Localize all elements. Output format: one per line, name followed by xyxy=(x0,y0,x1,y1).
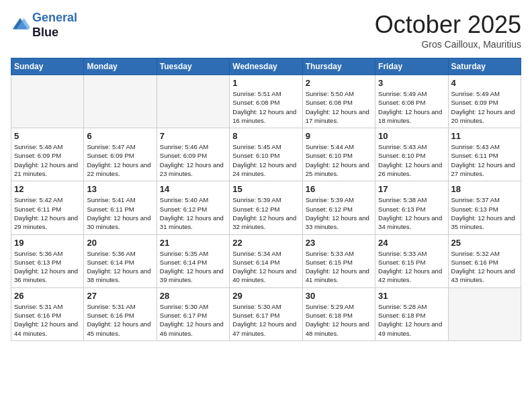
calendar-cell: 11Sunrise: 5:43 AMSunset: 6:11 PMDayligh… xyxy=(448,128,521,181)
cell-info: Sunrise: 5:33 AMSunset: 6:15 PMDaylight:… xyxy=(306,249,372,285)
cell-info: Sunrise: 5:36 AMSunset: 6:13 PMDaylight:… xyxy=(14,249,81,285)
logo: General Blue xyxy=(11,11,77,40)
calendar-cell xyxy=(84,75,157,128)
month-title: October 2025 xyxy=(375,11,521,39)
cell-info: Sunrise: 5:31 AMSunset: 6:16 PMDaylight:… xyxy=(87,302,153,338)
day-number: 28 xyxy=(160,291,226,301)
day-number: 22 xyxy=(232,238,299,248)
calendar-cell: 18Sunrise: 5:37 AMSunset: 6:13 PMDayligh… xyxy=(448,181,521,234)
cell-info: Sunrise: 5:34 AMSunset: 6:14 PMDaylight:… xyxy=(232,249,299,285)
day-number: 7 xyxy=(160,131,226,141)
day-number: 12 xyxy=(14,184,81,194)
page-header: General Blue October 2025 Gros Cailloux,… xyxy=(11,11,521,50)
calendar-cell: 8Sunrise: 5:45 AMSunset: 6:10 PMDaylight… xyxy=(230,128,302,181)
calendar-cell: 14Sunrise: 5:40 AMSunset: 6:12 PMDayligh… xyxy=(157,181,229,234)
logo-text: General Blue xyxy=(32,11,77,40)
cell-info: Sunrise: 5:43 AMSunset: 6:10 PMDaylight:… xyxy=(378,142,445,178)
day-number: 19 xyxy=(14,238,81,248)
day-number: 6 xyxy=(87,131,153,141)
day-number: 1 xyxy=(232,78,299,88)
day-number: 9 xyxy=(306,131,372,141)
calendar-cell: 20Sunrise: 5:36 AMSunset: 6:14 PMDayligh… xyxy=(84,234,157,287)
weekday-header-sunday: Sunday xyxy=(11,58,84,75)
weekday-header-friday: Friday xyxy=(375,58,448,75)
calendar-week-row: 26Sunrise: 5:31 AMSunset: 6:16 PMDayligh… xyxy=(11,287,521,340)
calendar-cell: 26Sunrise: 5:31 AMSunset: 6:16 PMDayligh… xyxy=(11,287,84,340)
cell-info: Sunrise: 5:44 AMSunset: 6:10 PMDaylight:… xyxy=(306,142,372,178)
cell-info: Sunrise: 5:31 AMSunset: 6:16 PMDaylight:… xyxy=(14,302,81,338)
calendar-cell: 10Sunrise: 5:43 AMSunset: 6:10 PMDayligh… xyxy=(375,128,448,181)
cell-info: Sunrise: 5:37 AMSunset: 6:13 PMDaylight:… xyxy=(451,195,518,231)
day-number: 27 xyxy=(87,291,153,301)
calendar-cell: 19Sunrise: 5:36 AMSunset: 6:13 PMDayligh… xyxy=(11,234,84,287)
cell-info: Sunrise: 5:47 AMSunset: 6:09 PMDaylight:… xyxy=(87,142,153,178)
weekday-header-row: SundayMondayTuesdayWednesdayThursdayFrid… xyxy=(11,58,521,75)
cell-info: Sunrise: 5:49 AMSunset: 6:08 PMDaylight:… xyxy=(378,89,445,125)
day-number: 17 xyxy=(378,184,445,194)
day-number: 26 xyxy=(14,291,81,301)
cell-info: Sunrise: 5:39 AMSunset: 6:12 PMDaylight:… xyxy=(306,195,372,231)
calendar-cell: 4Sunrise: 5:49 AMSunset: 6:09 PMDaylight… xyxy=(448,75,521,128)
day-number: 25 xyxy=(451,238,518,248)
day-number: 18 xyxy=(451,184,518,194)
calendar-cell: 31Sunrise: 5:28 AMSunset: 6:18 PMDayligh… xyxy=(375,287,448,340)
day-number: 3 xyxy=(378,78,445,88)
calendar-week-row: 1Sunrise: 5:51 AMSunset: 6:08 PMDaylight… xyxy=(11,75,521,128)
day-number: 5 xyxy=(14,131,81,141)
calendar-cell: 12Sunrise: 5:42 AMSunset: 6:11 PMDayligh… xyxy=(11,181,84,234)
title-block: October 2025 Gros Cailloux, Mauritius xyxy=(375,11,521,50)
day-number: 8 xyxy=(232,131,299,141)
cell-info: Sunrise: 5:46 AMSunset: 6:09 PMDaylight:… xyxy=(160,142,226,178)
calendar-cell: 28Sunrise: 5:30 AMSunset: 6:17 PMDayligh… xyxy=(157,287,229,340)
day-number: 10 xyxy=(378,131,445,141)
day-number: 14 xyxy=(160,184,226,194)
day-number: 11 xyxy=(451,131,518,141)
weekday-header-monday: Monday xyxy=(84,58,157,75)
calendar-cell: 22Sunrise: 5:34 AMSunset: 6:14 PMDayligh… xyxy=(230,234,302,287)
calendar-cell: 1Sunrise: 5:51 AMSunset: 6:08 PMDaylight… xyxy=(230,75,302,128)
weekday-header-saturday: Saturday xyxy=(448,58,521,75)
calendar-cell: 13Sunrise: 5:41 AMSunset: 6:11 PMDayligh… xyxy=(84,181,157,234)
cell-info: Sunrise: 5:51 AMSunset: 6:08 PMDaylight:… xyxy=(232,89,299,125)
calendar-week-row: 19Sunrise: 5:36 AMSunset: 6:13 PMDayligh… xyxy=(11,234,521,287)
day-number: 24 xyxy=(378,238,445,248)
weekday-header-thursday: Thursday xyxy=(302,58,375,75)
calendar-cell: 15Sunrise: 5:39 AMSunset: 6:12 PMDayligh… xyxy=(230,181,302,234)
calendar-cell: 5Sunrise: 5:48 AMSunset: 6:09 PMDaylight… xyxy=(11,128,84,181)
cell-info: Sunrise: 5:30 AMSunset: 6:17 PMDaylight:… xyxy=(160,302,226,338)
cell-info: Sunrise: 5:29 AMSunset: 6:18 PMDaylight:… xyxy=(306,302,372,338)
cell-info: Sunrise: 5:35 AMSunset: 6:14 PMDaylight:… xyxy=(160,249,226,285)
cell-info: Sunrise: 5:41 AMSunset: 6:11 PMDaylight:… xyxy=(87,195,153,231)
cell-info: Sunrise: 5:32 AMSunset: 6:16 PMDaylight:… xyxy=(451,249,518,285)
calendar-cell: 27Sunrise: 5:31 AMSunset: 6:16 PMDayligh… xyxy=(84,287,157,340)
calendar-cell: 21Sunrise: 5:35 AMSunset: 6:14 PMDayligh… xyxy=(157,234,229,287)
cell-info: Sunrise: 5:48 AMSunset: 6:09 PMDaylight:… xyxy=(14,142,81,178)
cell-info: Sunrise: 5:49 AMSunset: 6:09 PMDaylight:… xyxy=(451,89,518,125)
calendar-week-row: 12Sunrise: 5:42 AMSunset: 6:11 PMDayligh… xyxy=(11,181,521,234)
cell-info: Sunrise: 5:50 AMSunset: 6:08 PMDaylight:… xyxy=(306,89,372,125)
cell-info: Sunrise: 5:33 AMSunset: 6:15 PMDaylight:… xyxy=(378,249,445,285)
calendar-cell: 3Sunrise: 5:49 AMSunset: 6:08 PMDaylight… xyxy=(375,75,448,128)
calendar-cell: 24Sunrise: 5:33 AMSunset: 6:15 PMDayligh… xyxy=(375,234,448,287)
calendar-cell: 23Sunrise: 5:33 AMSunset: 6:15 PMDayligh… xyxy=(302,234,375,287)
cell-info: Sunrise: 5:30 AMSunset: 6:17 PMDaylight:… xyxy=(232,302,299,338)
day-number: 31 xyxy=(378,291,445,301)
location: Gros Cailloux, Mauritius xyxy=(375,39,521,50)
calendar-cell: 17Sunrise: 5:38 AMSunset: 6:13 PMDayligh… xyxy=(375,181,448,234)
calendar-cell xyxy=(448,287,521,340)
cell-info: Sunrise: 5:36 AMSunset: 6:14 PMDaylight:… xyxy=(87,249,153,285)
calendar-cell: 30Sunrise: 5:29 AMSunset: 6:18 PMDayligh… xyxy=(302,287,375,340)
cell-info: Sunrise: 5:28 AMSunset: 6:18 PMDaylight:… xyxy=(378,302,445,338)
calendar-cell: 29Sunrise: 5:30 AMSunset: 6:17 PMDayligh… xyxy=(230,287,302,340)
calendar-cell: 2Sunrise: 5:50 AMSunset: 6:08 PMDaylight… xyxy=(302,75,375,128)
day-number: 4 xyxy=(451,78,518,88)
calendar-cell: 6Sunrise: 5:47 AMSunset: 6:09 PMDaylight… xyxy=(84,128,157,181)
calendar-cell: 25Sunrise: 5:32 AMSunset: 6:16 PMDayligh… xyxy=(448,234,521,287)
cell-info: Sunrise: 5:39 AMSunset: 6:12 PMDaylight:… xyxy=(232,195,299,231)
weekday-header-wednesday: Wednesday xyxy=(230,58,302,75)
day-number: 2 xyxy=(306,78,372,88)
day-number: 29 xyxy=(232,291,299,301)
day-number: 20 xyxy=(87,238,153,248)
calendar-cell: 9Sunrise: 5:44 AMSunset: 6:10 PMDaylight… xyxy=(302,128,375,181)
calendar-cell xyxy=(11,75,84,128)
